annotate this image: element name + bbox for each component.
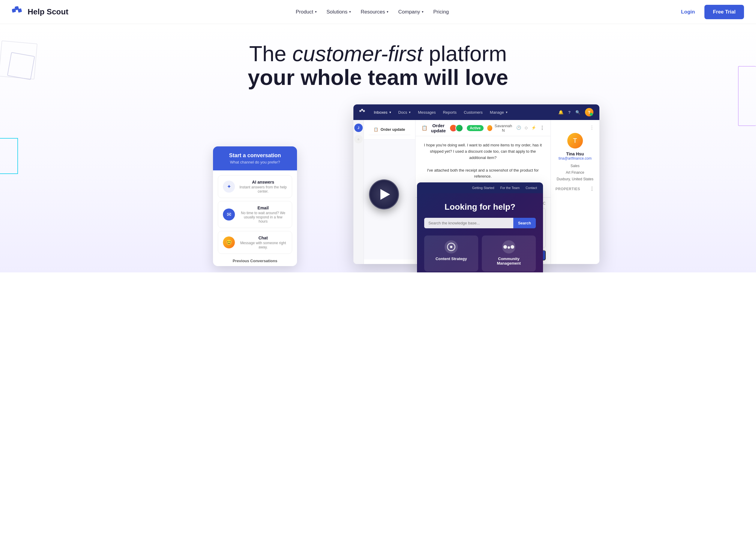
conv-list-item: 📋 Order update xyxy=(364,120,415,140)
app-nav-manage[interactable]: Manage xyxy=(490,110,508,115)
chat-widget-subtitle: What channel do you prefer? xyxy=(219,160,291,164)
deco-topleft2 xyxy=(7,52,35,80)
deco-bottomleft xyxy=(0,138,18,174)
email-opt-name: Email xyxy=(239,205,287,210)
play-triangle-icon xyxy=(380,189,390,200)
customer-panel: ⋮ T Tina Hsu tina@artfinance.com Sales A… xyxy=(551,120,599,264)
customer-avatar: T xyxy=(567,133,583,149)
sidebar-icon-2[interactable]: ○ xyxy=(354,135,363,143)
chat-opt-chat[interactable]: 😊 Chat Message with someone right away. xyxy=(218,231,292,254)
kb-search: Search xyxy=(424,218,536,228)
conv-title: Order update xyxy=(431,123,446,133)
customer-name: Tina Hsu xyxy=(556,152,595,156)
conv-title-header: Order update xyxy=(381,127,405,132)
nav-solutions[interactable]: Solutions xyxy=(326,9,351,15)
ai-opt-desc: Instant answers from the help center. xyxy=(239,185,287,194)
app-nav-right: T xyxy=(558,108,593,116)
hero-headline: The customer-first platform your whole t… xyxy=(243,42,513,89)
kb-cards: Content Strategy Community Management xyxy=(424,235,536,272)
tag-icon[interactable] xyxy=(525,125,528,131)
agent-avatar xyxy=(487,125,492,131)
chat-opt-email-text: Email No time to wait around? We usually… xyxy=(239,205,287,223)
kb-screenshot: Getting Started For the Team Contact Loo… xyxy=(417,183,543,272)
conv-header: 📋 Order update Active Savannah N xyxy=(416,120,551,136)
kb-search-button[interactable]: Search xyxy=(513,218,536,228)
nav-company[interactable]: Company xyxy=(398,9,424,15)
nav-resources[interactable]: Resources xyxy=(361,9,389,15)
target-icon xyxy=(447,243,455,251)
kb-card-1[interactable]: Content Strategy xyxy=(424,235,478,272)
lightning-icon[interactable] xyxy=(531,125,536,131)
nav-actions: Login Free Trial xyxy=(676,5,744,19)
kb-card-2[interactable]: Community Management xyxy=(482,235,536,272)
conv-actions xyxy=(516,125,545,131)
people-dot-3 xyxy=(511,245,514,249)
email-opt-desc: No time to wait around? We usually respo… xyxy=(239,211,287,223)
free-trial-button[interactable]: Free Trial xyxy=(704,5,744,19)
customer-more-menu[interactable]: ⋮ xyxy=(589,125,595,130)
nav-product[interactable]: Product xyxy=(296,9,317,15)
chat-opt-email[interactable]: ✉ Email No time to wait around? We usual… xyxy=(218,201,292,228)
nav-pricing[interactable]: Pricing xyxy=(433,9,449,15)
nav-links: Product Solutions Resources Company Pric… xyxy=(296,9,449,15)
help-icon[interactable] xyxy=(568,109,570,115)
svg-rect-5 xyxy=(363,110,365,112)
kb-nav-contact[interactable]: Contact xyxy=(526,186,537,190)
envelope-icon: ✉ xyxy=(227,211,231,218)
headline-line1-italic: customer-first xyxy=(293,42,423,66)
conv-avatars xyxy=(449,124,463,132)
clock-icon[interactable] xyxy=(516,125,521,131)
kb-nav-for-team[interactable]: For the Team xyxy=(500,186,520,190)
deco-topright xyxy=(738,66,756,126)
logo[interactable]: Help Scout xyxy=(12,6,68,18)
app-nav-messages[interactable]: Messages xyxy=(418,110,436,115)
play-button-overlay xyxy=(369,180,399,209)
bell-icon[interactable] xyxy=(558,109,564,115)
status-online-dot xyxy=(590,113,593,116)
ai-opt-name: AI answers xyxy=(239,180,287,185)
app-nav-customers[interactable]: Customers xyxy=(464,110,483,115)
app-nav-docs[interactable]: Docs xyxy=(398,110,411,115)
active-badge: Active xyxy=(467,125,484,131)
chat-opt-ai-text: AI answers Instant answers from the help… xyxy=(239,180,287,194)
hero-section: The customer-first platform your whole t… xyxy=(0,24,756,272)
customer-info: Sales Art Finance Duxbury, United States xyxy=(556,163,595,183)
main-nav: Help Scout Product Solutions Resources C… xyxy=(0,0,756,24)
chat-opt-chat-text: Chat Message with someone right away. xyxy=(239,235,287,249)
app-nav-reports[interactable]: Reports xyxy=(443,110,456,115)
ai-icon: ✦ xyxy=(223,181,235,193)
app-logo-icon xyxy=(359,109,367,115)
headline-line1-normal2: platform xyxy=(423,42,507,66)
agent-name: Savannah N xyxy=(494,124,512,133)
kb-nav-getting-started[interactable]: Getting Started xyxy=(472,186,494,190)
sidebar-avatar[interactable]: J xyxy=(354,124,363,132)
play-button[interactable] xyxy=(369,180,399,209)
sparkle-icon: ✦ xyxy=(227,183,231,190)
customer-panel-actions: ⋮ xyxy=(556,125,595,130)
app-nav-inboxes[interactable]: Inboxes xyxy=(374,110,391,115)
chat-opt-ai[interactable]: ✦ AI answers Instant answers from the he… xyxy=(218,175,292,198)
login-button[interactable]: Login xyxy=(676,7,699,17)
helpscout-logo-icon xyxy=(12,6,25,18)
customer-company: Art Finance xyxy=(566,170,584,175)
app-sidebar-narrow: J ○ xyxy=(353,120,364,264)
kb-search-input[interactable] xyxy=(424,218,513,228)
properties-more-icon[interactable]: ⋮ xyxy=(589,186,595,192)
user-avatar[interactable]: T xyxy=(585,108,593,116)
customer-email[interactable]: tina@artfinance.com xyxy=(556,156,595,161)
prev-conversations-label: Previous Conversations xyxy=(213,259,297,266)
kb-card-2-title: Community Management xyxy=(487,256,531,265)
kb-title: Looking for help? xyxy=(424,202,536,212)
conv-avatar-2 xyxy=(455,124,463,132)
properties-section: Properties ⋮ xyxy=(556,186,595,192)
chat-widget: Start a conversation What channel do you… xyxy=(213,146,297,266)
search-icon[interactable] xyxy=(575,109,580,115)
chat-opt-name: Chat xyxy=(239,235,287,240)
kb-card-1-title: Content Strategy xyxy=(429,256,473,261)
more-icon[interactable] xyxy=(540,125,545,131)
headline-line1-normal: The xyxy=(249,42,293,66)
customer-location: Duxbury, United States xyxy=(557,177,594,181)
svg-rect-4 xyxy=(361,109,363,111)
email-icon: ✉ xyxy=(223,208,235,220)
message-text: I hope you're doing well. I want to add … xyxy=(422,142,545,188)
